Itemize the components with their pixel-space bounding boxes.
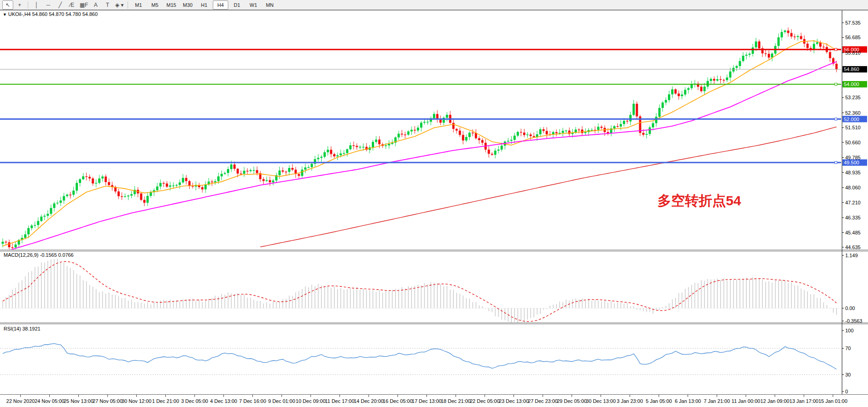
timeframe-h1[interactable]: H1: [196, 0, 212, 10]
horizontal-levels: 56.00054.86054.00052.00049.500: [0, 46, 867, 166]
price-axis: 57.53556.68555.81053.23552.36051.51050.6…: [842, 20, 862, 394]
price-tick: 50.660: [845, 140, 861, 145]
time-tick: 30 Nov 12:00: [122, 398, 151, 404]
time-tick: 10 Dec 09:00: [296, 398, 325, 404]
price-tick: 45.485: [845, 230, 861, 235]
macd-tick: -0.3563: [845, 318, 862, 324]
slow-ma-line: [260, 127, 837, 247]
macd-indicator-label: MACD(12,26,9) -0.1565 0.0766: [4, 252, 73, 258]
time-tick: 1 Dec 21:00: [152, 398, 179, 404]
price-tick: 44.635: [845, 244, 861, 250]
symbol-ohlc-readout: ▼ UKOil-,H4 54.860 54.870 54.780 54.860: [3, 11, 98, 17]
timeframe-w1[interactable]: W1: [246, 0, 261, 10]
time-tick: 4 Dec 13:00: [210, 398, 237, 404]
vertical-line-tool[interactable]: │: [31, 0, 42, 10]
time-tick: 29 Dec 05:00: [557, 398, 586, 404]
time-tick: 3 Dec 05:00: [181, 398, 208, 404]
time-tick: 12 Jan 09:00: [760, 398, 790, 404]
toolbar-separator: [28, 1, 28, 9]
price-tick: 52.360: [845, 110, 861, 116]
symbol-text: UKOil-,H4 54.860 54.870 54.780 54.860: [8, 11, 98, 17]
time-tick: 13 Jan 17:00: [790, 398, 819, 404]
time-tick: 27 Nov 05:00: [92, 398, 122, 404]
price-label-49.500: 49.500: [844, 160, 859, 165]
price-label-52.000: 52.000: [844, 117, 859, 122]
timeframe-m15[interactable]: M15: [164, 0, 179, 10]
time-tick: 15 Jan 01:00: [818, 398, 847, 404]
time-tick: 17 Dec 13:00: [412, 398, 442, 404]
price-tick: 46.335: [845, 215, 861, 220]
time-tick: 24 Nov 05:00: [35, 398, 64, 404]
candlestick-series: [2, 27, 838, 251]
moving-averages: [3, 41, 837, 252]
trendline-tool[interactable]: ╱: [55, 0, 66, 10]
rsi-series: [0, 344, 841, 375]
rsi-tick: 30: [845, 372, 851, 377]
time-tick: 11 Dec 17:00: [325, 398, 354, 404]
fibonacci-tool[interactable]: ▦F: [78, 0, 89, 10]
time-tick: 9 Dec 01:00: [268, 398, 295, 404]
text-tool[interactable]: A: [90, 0, 101, 10]
fast-ma-line: [3, 41, 837, 246]
timeframe-h4[interactable]: H4: [213, 0, 228, 10]
macd-tick: 1.149: [845, 253, 858, 258]
time-tick: 25 Nov 13:00: [64, 398, 93, 404]
drawing-tools: ↖+│─╱∕E▦FAT◈ ▾: [2, 0, 130, 10]
rsi-tick: 0: [845, 389, 848, 394]
arrows-tool[interactable]: ◈ ▾: [114, 0, 125, 10]
price-label-54.000: 54.000: [844, 81, 859, 87]
macd-series: [0, 259, 841, 324]
equidistant-channel-tool[interactable]: ∕E: [67, 0, 77, 10]
cursor-tool[interactable]: ↖: [2, 0, 13, 10]
time-tick: 7 Jan 21:00: [704, 398, 730, 404]
macd-tick: 0.00: [845, 305, 855, 311]
time-tick: 22 Dec 05:00: [470, 398, 499, 404]
timeframe-m1[interactable]: M1: [131, 0, 146, 10]
time-tick: 3 Jan 23:00: [617, 398, 643, 404]
timeframe-m30[interactable]: M30: [180, 0, 195, 10]
macd-signal-line: [3, 261, 837, 321]
timeframe-m5[interactable]: M5: [147, 0, 163, 10]
price-tick: 55.810: [845, 50, 861, 56]
time-tick: 7 Dec 16:00: [239, 398, 266, 404]
time-tick: 6 Jan 13:00: [675, 398, 701, 404]
time-axis: 22 Nov 202024 Nov 05:0025 Nov 13:0027 No…: [6, 395, 847, 404]
time-tick: 27 Dec 23:00: [528, 398, 558, 404]
timeframe-d1[interactable]: D1: [229, 0, 245, 10]
collapse-arrow-icon[interactable]: ▼: [3, 12, 7, 17]
time-tick: 30 Dec 13:00: [586, 398, 616, 404]
price-tick: 47.210: [845, 200, 861, 205]
time-tick: 14 Dec 20:00: [354, 398, 383, 404]
medium-ma-line: [3, 61, 837, 252]
price-tick: 49.785: [845, 155, 861, 160]
price-tick: 48.935: [845, 170, 861, 175]
chart-text-annotation[interactable]: 多空转折点54: [657, 192, 741, 210]
text-label-tool[interactable]: T: [102, 0, 113, 10]
time-tick: 16 Dec 05:00: [383, 398, 412, 404]
timeframe-buttons: M1M5M15M30H1H4D1W1MN: [130, 0, 278, 10]
timeframe-mn[interactable]: MN: [262, 0, 277, 10]
time-tick: 5 Jan 05:00: [646, 398, 672, 404]
price-tick: 48.060: [845, 185, 861, 190]
rsi-indicator-label: RSI(14) 38.1921: [4, 326, 41, 331]
time-tick: 23 Dec 13:00: [499, 398, 529, 404]
rsi-tick: 100: [845, 328, 853, 333]
price-tick: 56.685: [845, 35, 861, 40]
horizontal-line-tool[interactable]: ─: [43, 0, 54, 10]
crosshair-tool[interactable]: +: [14, 0, 25, 10]
toolbar-separator: [128, 1, 128, 9]
time-tick: 22 Nov 2020: [6, 398, 35, 404]
rsi-line: [3, 344, 837, 369]
price-label-54.860: 54.860: [844, 66, 859, 72]
price-tick: 53.235: [845, 95, 861, 100]
time-tick: 18 Dec 21:00: [441, 398, 470, 404]
price-tick: 57.535: [845, 20, 861, 25]
price-tick: 51.510: [845, 125, 861, 130]
time-tick: 11 Jan 00:00: [732, 398, 760, 404]
rsi-tick: 70: [845, 346, 851, 351]
toolbar: ↖+│─╱∕E▦FAT◈ ▾ M1M5M15M30H1H4D1W1MN: [0, 0, 868, 10]
